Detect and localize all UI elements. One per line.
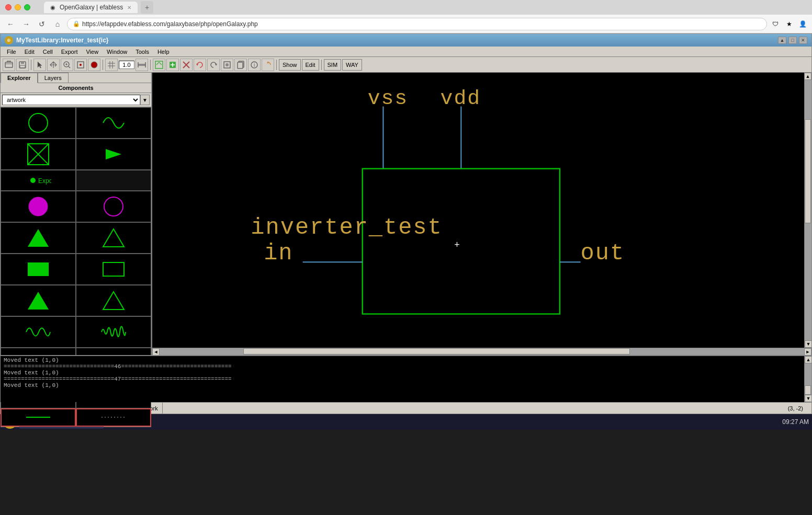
tool-open-btn[interactable] (3, 59, 15, 71)
svg-point-42 (29, 197, 48, 216)
dropdown-arrow[interactable]: ▼ (140, 95, 150, 105)
comp-cell-outline-circle[interactable] (76, 191, 151, 222)
window-restore-btn[interactable]: □ (788, 37, 797, 44)
comp-cell-filled-rect[interactable] (1, 254, 76, 285)
swatch-green-thin[interactable] (1, 408, 76, 427)
traffic-light-minimize[interactable] (15, 4, 21, 10)
extension-icon[interactable]: 👤 (797, 19, 808, 29)
menu-cell[interactable]: Cell (39, 48, 57, 56)
vscroll-up-btn[interactable]: ▲ (804, 73, 811, 80)
svg-line-20 (159, 62, 162, 65)
way-button[interactable]: WAY (342, 59, 362, 71)
tool-save-btn[interactable] (16, 59, 29, 71)
menu-file[interactable]: File (3, 48, 20, 56)
comp-cell-filled-circle[interactable] (1, 191, 76, 222)
svg-rect-46 (28, 262, 49, 276)
tab-close-btn[interactable]: ✕ (127, 5, 131, 10)
tool-edit-obj-btn[interactable] (74, 59, 87, 71)
hscroll-left-btn[interactable]: ◄ (152, 348, 160, 356)
log-scroll-up-btn[interactable]: ▲ (805, 356, 811, 363)
comp-cell-sine[interactable] (76, 107, 151, 139)
h-scroll-thumb[interactable] (243, 348, 630, 354)
svg-point-40 (30, 178, 36, 183)
tool-delete-btn[interactable] (180, 59, 193, 71)
show-button[interactable]: Show (279, 59, 301, 71)
comp-cell-sinewave[interactable] (1, 316, 76, 348)
comp-cell-outline-triangle[interactable] (76, 222, 151, 254)
comp-cell-outline-tri2[interactable] (76, 285, 151, 316)
traffic-light-close[interactable] (5, 4, 12, 10)
tool-fill-btn[interactable] (88, 59, 100, 71)
menu-help[interactable]: Help (153, 48, 174, 56)
comp-cell-outline-rect[interactable] (76, 254, 151, 285)
tool-snap-btn[interactable] (136, 59, 148, 71)
tool-rotate-btn[interactable] (262, 59, 274, 71)
tool-copy-btn[interactable] (234, 59, 247, 71)
log-scroll-thumb[interactable] (805, 385, 811, 395)
menu-export[interactable]: Export (57, 48, 82, 56)
nav-reload-button[interactable]: ↺ (36, 18, 48, 30)
browser-tab[interactable]: ◉ OpenGalaxy | efabless ✕ (44, 2, 138, 13)
tool-select-btn[interactable] (33, 59, 46, 71)
cell-name-label: inverter_test (251, 215, 442, 241)
nav-back-button[interactable]: ← (4, 18, 17, 30)
new-tab-button[interactable]: + (141, 1, 153, 14)
comp-cell-noisywave[interactable] (76, 316, 151, 348)
comp-cell-dot[interactable]: Export (1, 170, 76, 191)
shield-icon[interactable]: 🛡 (770, 19, 781, 29)
window-up-btn[interactable]: ▲ (778, 37, 786, 44)
canvas-area[interactable]: vss vdd inverter_test in out (152, 73, 811, 348)
tool-undo-btn[interactable] (194, 59, 206, 71)
sim-button[interactable]: SIM (324, 59, 342, 71)
zoom-level-display[interactable]: 1.0 (119, 61, 134, 69)
toolbar-separator-4 (276, 60, 277, 70)
edit-button[interactable]: Edit (302, 59, 319, 71)
hscroll-right-btn[interactable]: ► (804, 348, 811, 356)
comp-cell-cross[interactable] (1, 139, 76, 170)
nav-home-button[interactable]: ⌂ (51, 18, 64, 30)
menu-tools[interactable]: Tools (131, 48, 153, 56)
svg-point-9 (80, 64, 82, 66)
tool-wire-btn[interactable] (153, 59, 165, 71)
log-scroll-down-btn[interactable]: ▼ (805, 395, 811, 402)
bookmark-icon[interactable]: ★ (784, 19, 794, 29)
tool-place-btn[interactable] (166, 59, 179, 71)
traffic-light-fullscreen[interactable] (24, 4, 30, 10)
artwork-dropdown[interactable]: artwork (2, 95, 140, 105)
tab-layers[interactable]: Layers (38, 73, 69, 83)
svg-marker-27 (215, 64, 217, 66)
comp-cell-filled-tri2[interactable] (1, 285, 76, 316)
canvas-wrapper: ▲ vss vdd inverter_test in (152, 73, 811, 355)
comp-cell-filled-triangle[interactable] (1, 222, 76, 254)
svg-rect-0 (5, 62, 13, 67)
log-scroll-track (805, 363, 811, 395)
log-line-4: ================================47======… (4, 376, 808, 382)
svg-point-43 (104, 197, 123, 216)
tool-grid-btn[interactable] (105, 59, 118, 71)
tool-prop-btn[interactable]: i (248, 59, 261, 71)
menu-window[interactable]: Window (103, 48, 131, 56)
h-scrollbar: ◄ ► (152, 348, 811, 355)
comp-cell-circle[interactable] (1, 107, 76, 139)
crosshair-symbol: + (454, 239, 459, 250)
menu-view[interactable]: View (82, 48, 103, 56)
svg-rect-15 (138, 64, 145, 66)
comp-cell-empty[interactable] (76, 170, 151, 191)
vscroll-down-btn[interactable]: ▼ (805, 340, 812, 348)
swatch-dotted[interactable] (76, 408, 151, 427)
log-scrollbar: ▲ ▼ (804, 356, 811, 402)
tool-view-all-btn[interactable] (221, 59, 233, 71)
address-bar[interactable]: 🔒 https://efappdev.efabless.com/galaxyba… (67, 18, 767, 30)
comp-cell-arrow[interactable] (76, 139, 151, 170)
window-close-btn[interactable]: ✕ (799, 37, 807, 44)
nav-forward-button[interactable]: → (20, 18, 32, 30)
menu-edit[interactable]: Edit (20, 48, 39, 56)
v-scroll-thumb[interactable] (805, 119, 811, 223)
svg-marker-44 (28, 229, 49, 247)
tab-explorer[interactable]: Explorer (1, 73, 38, 83)
log-line-5: Moved text (1,0) (4, 382, 808, 388)
svg-marker-39 (106, 149, 121, 159)
tool-redo-btn[interactable] (207, 59, 220, 71)
tool-pan-btn[interactable] (47, 59, 60, 71)
tool-zoom-btn[interactable] (61, 59, 73, 71)
